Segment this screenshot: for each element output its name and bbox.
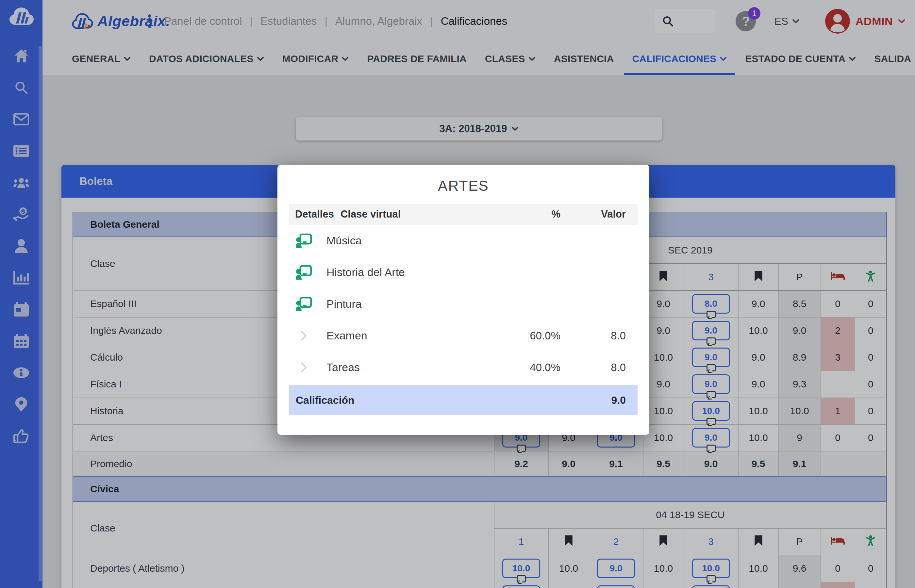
modal-row-label[interactable]: Historia del Arte — [327, 266, 511, 279]
virtual-class-icon — [293, 297, 315, 311]
modal-row-percent: 40.0% — [511, 361, 561, 374]
calificacion-value: 9.0 — [561, 394, 626, 406]
virtual-class-row: Pintura — [289, 288, 637, 320]
modal-row-value: 8.0 — [561, 361, 626, 374]
virtual-class-row: Música — [289, 225, 637, 257]
chevron-right-icon[interactable] — [293, 362, 315, 373]
modal-footer: Calificación 9.0 — [289, 385, 637, 415]
virtual-class-icon — [293, 234, 315, 248]
modal-row-percent: 60.0% — [511, 330, 561, 342]
virtual-class-icon — [293, 265, 315, 279]
col-detalles: Detalles — [295, 208, 334, 220]
app: Algebraix. Panel de control|Estudiantes|… — [0, 0, 915, 588]
grade-item-row: Tareas40.0%8.0 — [289, 352, 637, 383]
col-valor: Valor — [561, 208, 626, 220]
modal-row-label[interactable]: Tareas — [327, 361, 511, 374]
calificacion-label: Calificación — [289, 394, 561, 406]
virtual-class-row: Historia del Arte — [289, 257, 637, 288]
modal-rows: MúsicaHistoria del ArtePinturaExamen60.0… — [278, 225, 649, 383]
modal-table-header: Detalles Clase virtual % Valor — [289, 204, 637, 225]
chevron-right-icon[interactable] — [293, 331, 315, 341]
grade-detail-modal: ARTES Detalles Clase virtual % Valor Mús… — [278, 165, 649, 435]
modal-row-label[interactable]: Música — [327, 234, 511, 247]
modal-row-label[interactable]: Pintura — [327, 297, 511, 310]
modal-row-label[interactable]: Examen — [327, 329, 511, 342]
col-percent: % — [511, 208, 561, 220]
col-clase-virtual: Clase virtual — [341, 208, 511, 220]
modal-row-value: 8.0 — [561, 330, 626, 342]
modal-title: ARTES — [278, 178, 649, 194]
grade-item-row: Examen60.0%8.0 — [289, 320, 637, 352]
